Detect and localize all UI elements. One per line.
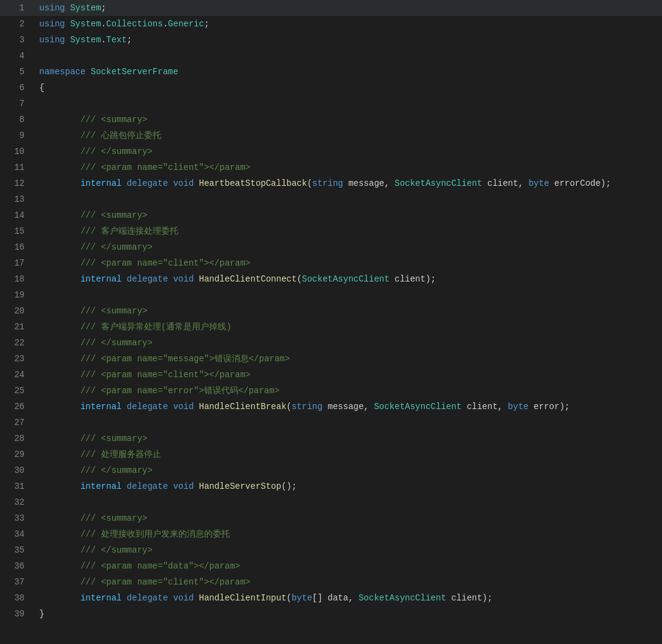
code-token: <summary> <box>101 210 148 220</box>
code-token: System <box>70 19 101 29</box>
code-token <box>39 258 80 268</box>
line-content: /// <param name="data"></param> <box>34 558 662 574</box>
code-token <box>39 561 80 571</box>
code-token <box>121 593 126 603</box>
code-token <box>39 306 80 316</box>
line-content: /// </summary> <box>34 335 662 351</box>
code-token: </param> <box>209 577 250 587</box>
code-token: . <box>163 19 168 29</box>
code-token: { <box>39 83 44 93</box>
code-token <box>39 322 80 332</box>
code-token: </param> <box>199 561 240 571</box>
line-number: 23 <box>0 351 34 367</box>
code-token: /// <box>80 513 101 523</box>
line-content: internal delegate void HeartbeatStopCall… <box>34 175 662 191</box>
code-token: byte <box>508 402 529 412</box>
code-token: </param> <box>238 386 280 396</box>
code-token: <summary> <box>101 306 148 316</box>
code-token: </param> <box>209 258 250 268</box>
line-content: /// </summary> <box>34 239 662 255</box>
line-content: { <box>34 80 662 96</box>
code-token <box>39 529 80 539</box>
code-token: using <box>39 19 65 29</box>
line-number: 35 <box>0 542 34 558</box>
code-token: <param name="client"> <box>101 258 209 268</box>
code-token <box>39 513 80 523</box>
code-token: . <box>101 35 106 45</box>
code-token <box>39 434 80 443</box>
table-row: 11 /// <param name="client"></param> <box>0 159 662 175</box>
line-content: /// <summary> <box>34 207 662 223</box>
code-token: string <box>312 178 343 188</box>
code-token: namespace <box>39 67 86 77</box>
table-row: 33 /// <summary> <box>0 510 662 526</box>
table-row: 9 /// 心跳包停止委托 <box>0 128 662 144</box>
code-token: byte <box>528 178 549 188</box>
code-token <box>39 386 80 396</box>
code-token <box>39 115 80 125</box>
line-content: internal delegate void HandleClientConne… <box>34 271 662 287</box>
line-content: using System; <box>34 0 662 16</box>
code-token: void <box>173 274 194 284</box>
line-number: 6 <box>0 80 34 96</box>
code-token: /// <box>80 258 101 268</box>
table-row: 39} <box>0 606 662 622</box>
code-token: <summary> <box>101 434 148 443</box>
code-token: /// <box>80 434 101 443</box>
code-token: void <box>173 402 194 412</box>
code-token <box>121 178 126 188</box>
line-content: /// </summary> <box>34 144 662 159</box>
line-content: /// <summary> <box>34 112 662 128</box>
line-content: /// <param name="message">错误消息</param> <box>34 351 662 367</box>
code-token: System <box>70 35 101 45</box>
table-row: 18 internal delegate void HandleClientCo… <box>0 271 662 287</box>
code-token: string <box>292 402 322 412</box>
line-number: 4 <box>0 48 34 64</box>
table-row: 35 /// </summary> <box>0 542 662 558</box>
code-token <box>39 274 80 284</box>
line-content: namespace SocketServerFrame <box>34 64 662 80</box>
code-token: message, <box>343 178 395 188</box>
table-row: 22 /// </summary> <box>0 335 662 351</box>
line-content: /// <param name="client"></param> <box>34 159 662 175</box>
line-number: 19 <box>0 287 34 303</box>
line-number: 39 <box>0 606 34 622</box>
code-token: </param> <box>249 354 290 364</box>
code-token: /// <box>80 354 101 364</box>
table-row: 14 /// <summary> <box>0 207 662 223</box>
line-content: using System.Collections.Generic; <box>34 16 662 32</box>
table-row: 28 /// <summary> <box>0 431 662 447</box>
line-content: /// <summary> <box>34 303 662 319</box>
table-row: 25 /// <param name="error">错误代码</param> <box>0 383 662 399</box>
code-token: /// <box>80 466 101 475</box>
table-row: 5namespace SocketServerFrame <box>0 64 662 80</box>
code-token <box>86 67 91 77</box>
code-token: client, <box>482 178 529 188</box>
line-number: 27 <box>0 415 34 431</box>
line-number: 33 <box>0 510 34 526</box>
table-row: 7 <box>0 96 662 112</box>
line-content: using System.Text; <box>34 32 662 48</box>
code-token: message, <box>322 402 374 412</box>
code-token: HeartbeatStopCallback <box>199 178 306 188</box>
table-row: 37 /// <param name="client"></param> <box>0 574 662 590</box>
code-token: /// <box>80 115 101 125</box>
line-content: /// <summary> <box>34 431 662 447</box>
code-token: ( <box>286 402 291 412</box>
code-token: SocketAsyncClient <box>359 593 446 603</box>
code-token: error); <box>528 402 569 412</box>
code-token: internal <box>80 274 121 284</box>
code-token: client); <box>446 593 493 603</box>
line-content <box>34 48 662 64</box>
code-token <box>39 131 80 140</box>
code-token: <summary> <box>101 115 148 125</box>
code-token: </summary> <box>101 338 153 348</box>
code-token: using <box>39 35 65 45</box>
line-number: 8 <box>0 112 34 128</box>
table-row: 19 <box>0 287 662 303</box>
line-content <box>34 494 662 510</box>
code-token: <summary> <box>101 513 148 523</box>
code-token <box>39 242 80 252</box>
code-token: /// <box>80 163 101 172</box>
line-number: 9 <box>0 128 34 144</box>
